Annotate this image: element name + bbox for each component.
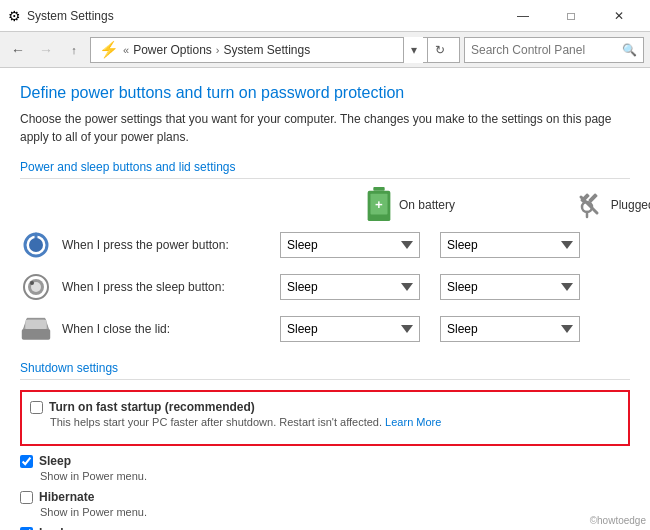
battery-icon: + — [365, 187, 393, 223]
address-field[interactable]: ⚡ « Power Options › System Settings ▾ ↻ — [90, 37, 460, 63]
search-field[interactable]: 🔍 — [464, 37, 644, 63]
title-bar-left: ⚙ System Settings — [8, 8, 114, 24]
fast-startup-label[interactable]: Turn on fast startup (recommended) — [49, 400, 255, 414]
section-header-shutdown: Shutdown settings — [20, 361, 630, 380]
hibernate-checkbox[interactable] — [20, 491, 33, 504]
lid-battery-select[interactable]: Sleep Hibernate Shut down Do nothing — [280, 316, 420, 342]
breadcrumb: ⚡ « Power Options › System Settings — [99, 40, 399, 59]
power-button-label: When I press the power button: — [20, 229, 280, 261]
search-icon: 🔍 — [622, 43, 637, 57]
sleep-checkbox-row: Sleep — [20, 454, 630, 468]
shutdown-section: Shutdown settings Turn on fast startup (… — [20, 361, 630, 530]
learn-more-link[interactable]: Learn More — [385, 416, 441, 428]
lid-text: When I close the lid: — [62, 322, 170, 336]
page-title: Define power buttons and turn on passwor… — [20, 84, 630, 102]
section-header-power: Power and sleep buttons and lid settings — [20, 160, 630, 179]
breadcrumb-icon: ⚡ — [99, 40, 119, 59]
hibernate-label[interactable]: Hibernate — [39, 490, 94, 504]
refresh-button[interactable]: ↻ — [427, 37, 451, 63]
minimize-button[interactable]: — — [500, 0, 546, 32]
sleep-button-battery-select[interactable]: Sleep Hibernate Shut down Do nothing — [280, 274, 420, 300]
fast-startup-checkbox[interactable] — [30, 401, 43, 414]
lock-checkbox-row: Lock — [20, 526, 630, 530]
watermark: ©howtoedge — [590, 515, 646, 526]
power-button-text: When I press the power button: — [62, 238, 229, 252]
power-button-battery-select[interactable]: Sleep Hibernate Shut down Do nothing — [280, 232, 420, 258]
close-button[interactable]: ✕ — [596, 0, 642, 32]
app-icon: ⚙ — [8, 8, 21, 24]
hibernate-checkbox-row: Hibernate — [20, 490, 630, 504]
sleep-button-plugged-select[interactable]: Sleep Hibernate Shut down Do nothing — [440, 274, 580, 300]
lock-item: Lock Show in account picture menu. — [20, 526, 630, 530]
window-title: System Settings — [27, 9, 114, 23]
col-header-battery: + On battery — [280, 187, 540, 223]
fast-startup-item: Turn on fast startup (recommended) This … — [30, 400, 620, 428]
up-button[interactable]: ↑ — [62, 38, 86, 62]
plug-icon — [573, 189, 605, 221]
sleep-checkbox[interactable] — [20, 455, 33, 468]
breadcrumb-arrow: › — [216, 44, 220, 56]
svg-text:+: + — [375, 197, 383, 212]
hibernate-subtext: Show in Power menu. — [40, 506, 630, 518]
breadcrumb-power-options[interactable]: Power Options — [133, 43, 212, 57]
lid-row: When I close the lid: Sleep Hibernate Sh… — [20, 313, 630, 345]
power-button-icon — [20, 229, 52, 261]
svg-rect-0 — [373, 187, 384, 191]
address-bar: ← → ↑ ⚡ « Power Options › System Setting… — [0, 32, 650, 68]
lock-checkbox[interactable] — [20, 527, 33, 531]
sleep-label[interactable]: Sleep — [39, 454, 71, 468]
sleep-subtext: Show in Power menu. — [40, 470, 630, 482]
main-content: Define power buttons and turn on passwor… — [0, 68, 650, 530]
fast-startup-box: Turn on fast startup (recommended) This … — [20, 390, 630, 446]
title-bar-controls: — □ ✕ — [500, 0, 642, 32]
fast-startup-checkbox-row: Turn on fast startup (recommended) — [30, 400, 620, 414]
forward-button[interactable]: → — [34, 38, 58, 62]
svg-point-11 — [29, 238, 43, 252]
search-input[interactable] — [471, 43, 618, 57]
svg-rect-17 — [25, 320, 46, 329]
lid-icon — [20, 313, 52, 345]
sleep-button-text: When I press the sleep button: — [62, 280, 225, 294]
back-button[interactable]: ← — [6, 38, 30, 62]
address-dropdown-btn[interactable]: ▾ — [403, 37, 423, 63]
power-settings-section: Power and sleep buttons and lid settings… — [20, 160, 630, 345]
col-plugged-label: Plugged in — [611, 198, 650, 212]
lid-plugged-select[interactable]: Sleep Hibernate Shut down Do nothing — [440, 316, 580, 342]
svg-point-15 — [30, 281, 34, 285]
maximize-button[interactable]: □ — [548, 0, 594, 32]
page-description: Choose the power settings that you want … — [20, 110, 630, 146]
sleep-button-icon — [20, 271, 52, 303]
breadcrumb-sep1: « — [123, 44, 129, 56]
sleep-item: Sleep Show in Power menu. — [20, 454, 630, 482]
col-header-plugged: Plugged in — [540, 187, 650, 223]
lid-label: When I close the lid: — [20, 313, 280, 345]
sleep-button-row: When I press the sleep button: Sleep Hib… — [20, 271, 630, 303]
sleep-button-label: When I press the sleep button: — [20, 271, 280, 303]
fast-startup-subtext: This helps start your PC faster after sh… — [50, 416, 620, 428]
lock-label[interactable]: Lock — [39, 526, 67, 530]
svg-rect-16 — [22, 329, 50, 340]
grid-header-row: + On battery Plugged in — [20, 187, 630, 223]
title-bar: ⚙ System Settings — □ ✕ — [0, 0, 650, 32]
col-battery-label: On battery — [399, 198, 455, 212]
power-button-row: When I press the power button: Sleep Hib… — [20, 229, 630, 261]
power-button-plugged-select[interactable]: Sleep Hibernate Shut down Do nothing — [440, 232, 580, 258]
breadcrumb-system-settings[interactable]: System Settings — [224, 43, 311, 57]
hibernate-item: Hibernate Show in Power menu. — [20, 490, 630, 518]
